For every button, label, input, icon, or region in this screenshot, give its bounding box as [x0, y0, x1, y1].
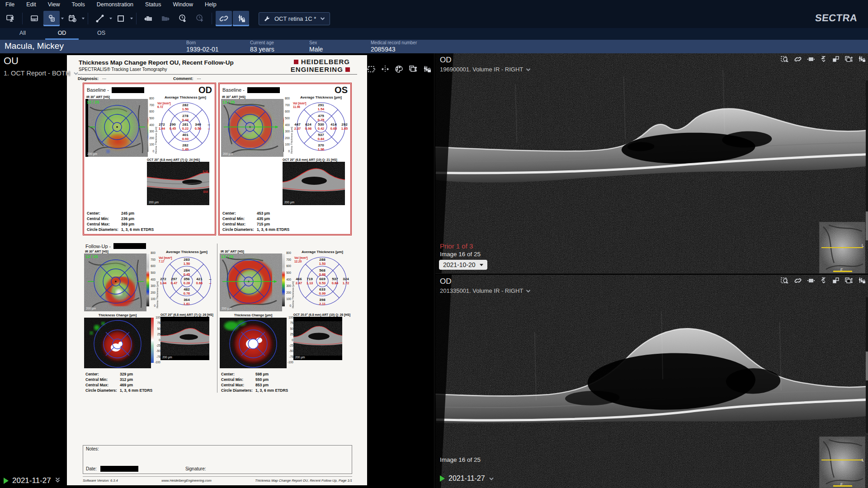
prior-down-button[interactable]: [175, 11, 191, 26]
change-scale: 1007550250-25-50-75-100: [288, 316, 293, 364]
stack-scrollbar[interactable]: [866, 297, 868, 433]
menu-help[interactable]: Help: [205, 1, 217, 8]
fit-page-icon[interactable]: [367, 65, 376, 75]
display-info-button[interactable]: [43, 11, 60, 26]
patient-name: Macula, Mickey: [5, 41, 64, 51]
settings-lock-icon[interactable]: [858, 56, 866, 65]
report-header: Thickness Map Change Report OU, Recent F…: [67, 55, 367, 72]
wrench-icon: [264, 15, 270, 22]
prior-date-select[interactable]: 2021-10-20: [439, 260, 487, 270]
swap-series-icon[interactable]: [408, 65, 417, 75]
chevron-down-icon: [480, 264, 483, 266]
menu-status[interactable]: Status: [145, 1, 161, 8]
export-button[interactable]: [157, 11, 174, 26]
sort-z-icon[interactable]: [820, 277, 827, 286]
fit-width-icon[interactable]: [807, 277, 815, 286]
series-selector[interactable]: 196900001. Volume IR - RIGHT: [440, 66, 531, 73]
followup-os-panel: IR 30° ART [HS]: [218, 242, 352, 393]
toolbar-separator: [22, 13, 23, 24]
magnify-region-icon[interactable]: [781, 56, 789, 65]
viewport-current-scan[interactable]: OD 201335001. Volume IR - RIGHT Image 16…: [435, 275, 868, 488]
series-selector[interactable]: 1. OCT Report - BOTH: [4, 70, 79, 77]
palette-icon[interactable]: [395, 65, 403, 75]
close-study-button[interactable]: [2, 11, 19, 26]
tile-layout-icon[interactable]: [832, 277, 840, 286]
patient-sex: Sex Male: [309, 41, 323, 52]
link-series-button[interactable]: [216, 11, 232, 26]
add-annotation-caret[interactable]: [82, 18, 85, 19]
redacted-date: [100, 466, 138, 472]
series-selector[interactable]: 201335001. Volume IR - RIGHT: [440, 287, 531, 294]
tile-layout-icon[interactable]: [832, 56, 840, 65]
next-up-button[interactable]: [192, 11, 208, 26]
etdrs-grid: Vol [mm³]12.20 2881.53 5680.88 4662.47 7…: [294, 254, 350, 308]
scrollbar-thumb[interactable]: [866, 352, 868, 380]
patient-banner: Macula, Mickey Born 1939-02-01 Current a…: [0, 40, 868, 53]
swap-series-icon[interactable]: [844, 56, 853, 65]
column-divider: [217, 244, 217, 393]
add-annotation-icon: [68, 14, 77, 23]
measure-caret[interactable]: [109, 18, 112, 19]
mirror-icon[interactable]: [381, 65, 390, 75]
followup-row: Follow-Up - IR 30° ART [HS]: [67, 242, 367, 393]
import-prior-button[interactable]: [140, 11, 156, 26]
panel-stats: Center:329 µm Central Min:312 µm Central…: [85, 371, 216, 393]
roi-rect-caret[interactable]: [130, 18, 133, 19]
play-icon[interactable]: [4, 478, 9, 484]
measure-button[interactable]: [92, 11, 108, 26]
roi-rect-button[interactable]: [113, 11, 129, 26]
fundus-thumbnail[interactable]: L F: [819, 222, 865, 273]
colorbar-scale: 8007006005004003002001000: [285, 97, 290, 153]
viewport-laterality: OU: [4, 55, 19, 67]
add-annotation-button[interactable]: [64, 11, 80, 26]
chevron-down-icon: [320, 17, 325, 20]
menu-edit[interactable]: Edit: [26, 1, 36, 8]
settings-lock-icon[interactable]: [858, 277, 866, 286]
preset-select[interactable]: OCT retina 1C *: [259, 12, 330, 25]
menu-tools[interactable]: Tools: [72, 1, 85, 8]
scrollbar-thumb[interactable]: [866, 211, 868, 240]
viewport-report[interactable]: OU 1. OCT Report - BOTH Thickness Map Ch…: [0, 53, 434, 488]
tab-od[interactable]: OD: [45, 28, 79, 40]
tab-all[interactable]: All: [6, 28, 39, 40]
sync-lock-button[interactable]: [233, 11, 249, 26]
viewport-prior-scan[interactable]: OD 196900001. Volume IR - RIGHT Prior 1 …: [435, 53, 868, 274]
swap-series-icon[interactable]: [844, 277, 853, 286]
play-icon[interactable]: [440, 475, 445, 482]
magnify-region-icon[interactable]: [781, 277, 789, 286]
layout-grid-button[interactable]: [26, 11, 42, 26]
viewport-toolbar: [781, 56, 866, 65]
fit-width-icon[interactable]: [807, 56, 815, 65]
sort-z-icon[interactable]: [820, 56, 827, 65]
notes-box: Notes: Date: Signature:: [83, 445, 352, 474]
eye-label: OD: [198, 85, 212, 94]
double-chevron-down-icon[interactable]: [55, 476, 61, 485]
menu-file[interactable]: File: [5, 1, 14, 8]
fundus-thumbnail[interactable]: L F: [819, 436, 865, 488]
settings-lock-icon[interactable]: [422, 65, 431, 75]
display-info-caret[interactable]: [61, 18, 64, 19]
link-icon[interactable]: [794, 56, 802, 65]
menu-demonstration[interactable]: Demonstration: [97, 1, 133, 8]
tab-os[interactable]: OS: [85, 28, 118, 40]
menu-window[interactable]: Window: [173, 1, 193, 8]
thickness-change-map: Thickness Change [µm]: [84, 313, 151, 368]
oct-bscan: OCT 20.0° (6.8 mm) ART (10) Q: 26 [HS] 2: [293, 313, 350, 368]
fundus-thickness-map: 13 / 25 200 µm: [221, 99, 283, 157]
oct-bscan: OCT 20° (6.8 mm) ART (7) Q: 24 [HS]: [147, 158, 210, 205]
sync-lock-icon: [236, 14, 246, 23]
link-icon[interactable]: [794, 277, 802, 286]
etdrs-grid: Vol [mm³]7.17 2831.50 2840.45 2721.44 29…: [159, 254, 215, 308]
preset-label: OCT retina 1C *: [274, 15, 316, 22]
stack-scrollbar[interactable]: [866, 80, 868, 230]
timeline-date[interactable]: 2021-11-27: [440, 474, 494, 483]
chevron-down-icon[interactable]: [489, 474, 494, 483]
image-counter: Image 16 of 25: [440, 456, 481, 463]
thickness-change-map: Thickness Change [µm]: [220, 313, 287, 368]
panel-stats: Center:598 µm Central Min:550 µm Central…: [221, 371, 352, 393]
timeline-date[interactable]: 2021-11-27: [4, 476, 61, 485]
change-colorbar: [151, 318, 154, 363]
oct-bscan: OCT 20° (6.8 mm) ART (10) Q: 21 [HS] 200: [283, 158, 346, 205]
fundus-thickness-map: 12 / 25 200 µm: [84, 253, 146, 311]
menu-view[interactable]: View: [48, 1, 60, 8]
